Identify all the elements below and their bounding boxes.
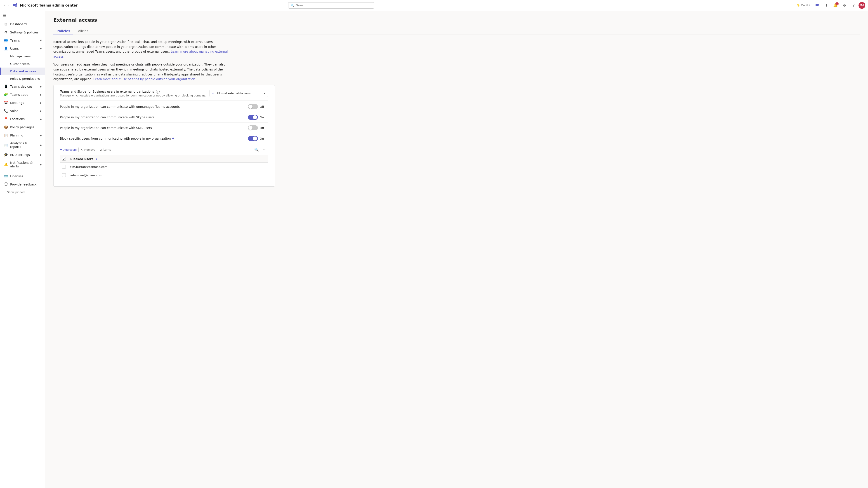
settings-button[interactable]: ⚙ xyxy=(840,1,848,9)
sidebar-item-roles-permissions[interactable]: Roles & permissions xyxy=(0,75,45,83)
hamburger-icon: ☰ xyxy=(3,13,6,18)
row-unmanaged-teams: People in my organization can communicat… xyxy=(60,101,268,112)
sidebar-item-teams-apps[interactable]: 🧩 Teams apps ▶ xyxy=(0,91,45,99)
help-button[interactable]: ? xyxy=(849,1,858,9)
unmanaged-toggle-group: Off xyxy=(248,104,265,109)
unmanaged-toggle-wrap: Off xyxy=(248,104,268,109)
dashboard-icon: ⊞ xyxy=(4,22,8,26)
sidebar-label-teams-apps: Teams apps xyxy=(10,93,28,96)
notifications-button[interactable]: 🔔 1 xyxy=(831,1,839,9)
sidebar-item-provide-feedback[interactable]: 💬 Provide feedback xyxy=(0,180,45,188)
sidebar-item-planning[interactable]: 📋 Planning ▶ xyxy=(0,131,45,139)
sort-icon[interactable]: ↓ xyxy=(95,158,97,161)
sms-toggle-wrap: Off xyxy=(248,125,268,130)
edu-settings-icon: 🎓 xyxy=(4,153,8,157)
description-2-link[interactable]: Learn more about use of apps by people o… xyxy=(93,77,195,81)
dropdown-value: Allow all external domains xyxy=(217,92,250,95)
sidebar-item-teams-devices[interactable]: 📱 Teams devices ▶ xyxy=(0,83,45,91)
external-domains-dropdown[interactable]: ✓ Allow all external domains ▼ xyxy=(210,90,268,97)
teams-skype-header-row: Teams and Skype for Business users in ex… xyxy=(60,90,268,101)
edu-settings-chevron-icon: ▶ xyxy=(40,153,42,156)
more-options-button[interactable]: ⋯ xyxy=(261,146,268,153)
search-bar[interactable]: 🔍 xyxy=(288,2,374,8)
select-all-checkbox[interactable]: ✓ xyxy=(62,157,66,161)
sidebar-item-licenses[interactable]: 🪪 Licenses xyxy=(0,172,45,180)
remove-label: Remove xyxy=(84,148,95,151)
app-body: ☰ ⊞ Dashboard ⚙ Settings & policies 👥 Te… xyxy=(0,11,868,488)
topnav-actions: ✨ Copilot ⬇ 🔔 1 ⚙ ? MA xyxy=(794,1,865,9)
sidebar-label-provide-feedback: Provide feedback xyxy=(10,183,36,186)
policy-packages-icon: 📦 xyxy=(4,125,8,129)
tab-policies[interactable]: Policies xyxy=(53,27,73,35)
sidebar-item-settings-policies[interactable]: ⚙ Settings & policies xyxy=(0,28,45,36)
sidebar-item-manage-users[interactable]: Manage users xyxy=(0,53,45,60)
teams-skype-dropdown-wrap: ✓ Allow all external domains ▼ xyxy=(210,90,268,97)
sidebar-item-locations[interactable]: 📍 Locations ▶ xyxy=(0,115,45,123)
blocked-users-tbody: tim.burton@contoso.com adam.lee@spam.com xyxy=(60,163,268,180)
voice-icon: 📞 xyxy=(4,109,8,113)
sidebar-label-analytics-reports: Analytics & reports xyxy=(10,141,38,149)
row-2-checkbox[interactable] xyxy=(62,173,66,177)
block-users-row-inner: Block specific users from communicating … xyxy=(60,136,268,141)
sms-label: People in my organization can communicat… xyxy=(60,126,245,130)
skype-toggle-thumb xyxy=(253,115,257,119)
sidebar-item-edu-settings[interactable]: 🎓 EDU settings ▶ xyxy=(0,151,45,159)
sidebar-item-dashboard[interactable]: ⊞ Dashboard xyxy=(0,20,45,28)
svg-point-5 xyxy=(818,4,819,5)
block-toggle[interactable] xyxy=(248,136,258,141)
teams-logo-icon xyxy=(13,3,18,8)
search-input[interactable] xyxy=(296,4,372,7)
analytics-chevron-icon: ▶ xyxy=(40,144,42,147)
tab-policies-2[interactable]: Policies xyxy=(73,27,91,35)
sms-toggle[interactable] xyxy=(248,125,258,130)
add-users-button[interactable]: + Add users xyxy=(60,148,76,152)
remove-button[interactable]: ✕ Remove xyxy=(81,148,95,151)
row-2-checkbox-cell xyxy=(60,171,68,180)
sidebar-item-voice[interactable]: 📞 Voice ▶ xyxy=(0,107,45,115)
sidebar-label-planning: Planning xyxy=(10,133,23,137)
teams-icon-button[interactable] xyxy=(813,1,822,9)
avatar[interactable]: MA xyxy=(859,2,865,9)
sidebar-item-guest-access[interactable]: Guest access xyxy=(0,60,45,68)
skype-toggle-wrap: On xyxy=(248,115,268,120)
show-pinned[interactable]: ··· Show pinned xyxy=(0,188,45,196)
row-2-email: adam.lee@spam.com xyxy=(68,171,268,180)
copilot-button[interactable]: ✨ Copilot xyxy=(794,1,812,9)
blocked-users-table: ✓ Blocked users ↓ xyxy=(60,155,268,179)
svg-point-2 xyxy=(16,3,17,5)
sidebar-item-meetings[interactable]: 📅 Meetings ▶ xyxy=(0,99,45,107)
items-count: 2 items xyxy=(100,148,111,151)
search-blocked-button[interactable]: 🔍 xyxy=(253,146,260,153)
unmanaged-toggle-thumb xyxy=(248,105,252,109)
main-content: External access Policies Policies Extern… xyxy=(45,11,868,488)
app-grid-button[interactable]: ⋮⋮ xyxy=(3,1,11,9)
download-button[interactable]: ⬇ xyxy=(822,1,831,9)
skype-toggle[interactable] xyxy=(248,115,258,120)
row-1-email: tim.burton@contoso.com xyxy=(68,163,268,171)
teams-chevron-icon: ▼ xyxy=(40,39,42,42)
voice-chevron-icon: ▶ xyxy=(40,109,42,112)
sidebar-item-analytics-reports[interactable]: 📊 Analytics & reports ▶ xyxy=(0,139,45,151)
plus-icon: + xyxy=(60,148,62,152)
teams-skype-info-icon[interactable]: i xyxy=(156,90,160,94)
row-skype-users: People in my organization can communicat… xyxy=(60,112,268,123)
row-1-checkbox[interactable] xyxy=(62,165,66,168)
sidebar-label-meetings: Meetings xyxy=(10,101,24,105)
unmanaged-toggle[interactable] xyxy=(248,104,258,109)
teams-apps-icon: 🧩 xyxy=(4,93,8,97)
sidebar-label-roles-permissions: Roles & permissions xyxy=(10,77,40,80)
sms-toggle-label: Off xyxy=(260,126,265,130)
sidebar-toggle[interactable]: ☰ xyxy=(0,11,45,20)
dropdown-chevron-icon: ▼ xyxy=(263,92,266,95)
sidebar-label-locations: Locations xyxy=(10,117,25,121)
sidebar-item-notifications-alerts[interactable]: 🔔 Notifications & alerts ▶ xyxy=(0,159,45,170)
sidebar-item-teams[interactable]: 👥 Teams ▼ xyxy=(0,36,45,44)
teams-devices-icon: 📱 xyxy=(4,85,8,89)
sidebar-item-policy-packages[interactable]: 📦 Policy packages xyxy=(0,123,45,131)
sms-toggle-thumb xyxy=(248,126,252,130)
sidebar-item-users[interactable]: 👤 Users ▼ xyxy=(0,44,45,53)
sidebar-item-external-access[interactable]: External access xyxy=(0,68,45,75)
block-toggle-group: On xyxy=(248,136,265,141)
teams-apps-chevron-icon: ▶ xyxy=(40,93,42,96)
blocked-table-header-row: ✓ Blocked users ↓ xyxy=(60,155,268,163)
